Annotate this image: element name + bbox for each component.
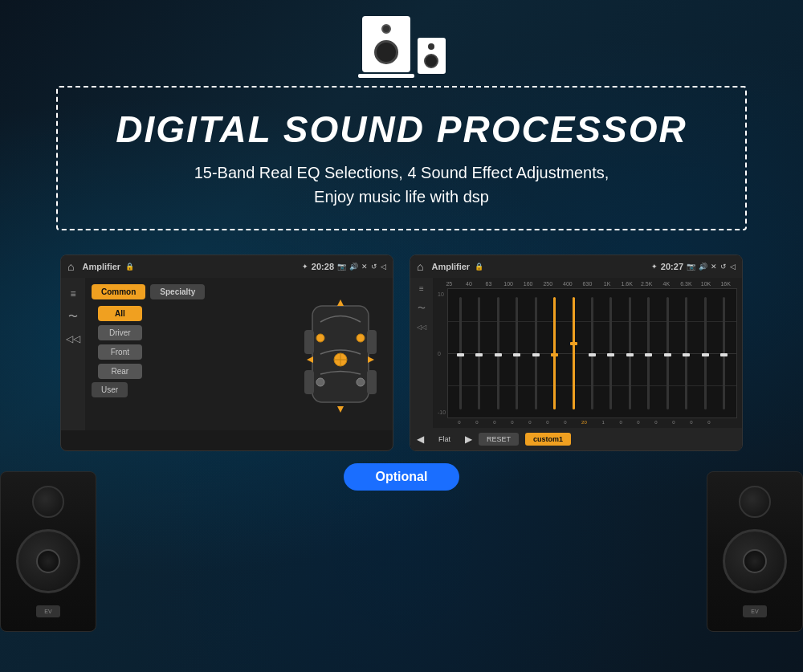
val-15: 0 xyxy=(707,420,710,425)
app-name-right: Amplifier xyxy=(431,262,470,271)
common-button[interactable]: Common xyxy=(92,284,145,299)
reset-button[interactable]: RESET xyxy=(479,433,519,446)
rear-preset-button[interactable]: Rear xyxy=(98,364,142,379)
freq-250: 250 xyxy=(540,281,555,287)
flat-button[interactable]: Flat xyxy=(430,433,459,446)
val-2: 0 xyxy=(475,420,478,425)
val-12: 0 xyxy=(654,420,657,425)
eq-slider-11[interactable] xyxy=(647,297,650,409)
eq-slider-1[interactable] xyxy=(459,297,462,409)
val-8: 20 xyxy=(581,420,587,425)
eq-slider-14[interactable] xyxy=(704,297,707,409)
eq-play-button[interactable]: ▶ xyxy=(465,434,472,445)
eq-screen-body: ≡ 〜 ◁◁ 25 40 63 100 160 250 40 xyxy=(410,278,742,450)
back-icon-left: ↺ xyxy=(371,263,377,271)
eq-prev-button[interactable]: ◀ xyxy=(417,434,424,445)
bt-icon-right: ✦ xyxy=(651,263,658,271)
nav-back-right[interactable]: ◁ xyxy=(730,263,736,271)
car-svg xyxy=(292,282,389,430)
all-preset-button[interactable]: All xyxy=(98,306,142,321)
eq-slider-7[interactable] xyxy=(573,297,575,409)
status-bar-right: ⌂ Amplifier 🔒 ✦ 20:27 📷 🔊 ✕ ↺ ◁ xyxy=(410,255,742,278)
freq-6-3k: 6.3K xyxy=(679,281,693,287)
freq-2-5k: 2.5K xyxy=(639,281,654,287)
svg-marker-10 xyxy=(337,299,344,306)
svg-marker-8 xyxy=(307,356,313,363)
svg-point-1 xyxy=(316,334,324,342)
eq-slider-2[interactable] xyxy=(478,297,480,409)
svg-point-4 xyxy=(357,378,365,386)
wave-icon[interactable]: 〜 xyxy=(65,308,81,324)
eq-vol-icon[interactable]: ◁◁ xyxy=(417,324,426,331)
x-icon-right: ✕ xyxy=(711,263,717,271)
page-subtitle: 15-Band Real EQ Selections, 4 Sound Effe… xyxy=(106,161,697,209)
freq-1-6k: 1.6K xyxy=(620,281,634,287)
freq-630: 630 xyxy=(580,281,594,287)
eq-slider-6[interactable] xyxy=(553,297,556,409)
svg-marker-9 xyxy=(368,356,374,363)
eq-main-panel: 25 40 63 100 160 250 400 630 1K 1.6K 2.5… xyxy=(433,278,742,428)
home-icon-left[interactable]: ⌂ xyxy=(67,260,74,273)
eq-icon[interactable]: ≡ xyxy=(65,286,81,302)
home-icon-right[interactable]: ⌂ xyxy=(417,260,423,273)
status-icons-right: ✦ 20:27 📷 🔊 ✕ ↺ ◁ xyxy=(651,262,736,271)
x-icon: ✕ xyxy=(361,263,368,271)
svg-point-2 xyxy=(357,334,365,342)
optional-button[interactable]: Optional xyxy=(344,463,460,491)
driver-preset-button[interactable]: Driver xyxy=(98,325,142,340)
freq-10k: 10K xyxy=(699,281,713,287)
freq-16k: 16K xyxy=(719,281,733,287)
front-preset-button[interactable]: Front xyxy=(98,344,142,360)
eq-left-icons: ≡ 〜 ◁◁ xyxy=(410,278,433,428)
eq-slider-15[interactable] xyxy=(723,297,725,409)
vol-icon-right: 🔊 xyxy=(699,263,707,271)
eq-slider-3[interactable] xyxy=(497,297,499,409)
freq-100: 100 xyxy=(501,281,516,287)
screen-left: ⌂ Amplifier 🔒 ✦ 20:28 📷 🔊 ✕ ↺ ◁ ≡ 〜 xyxy=(60,255,393,451)
eq-top: ≡ 〜 ◁◁ 25 40 63 100 160 250 40 xyxy=(410,278,742,428)
mode-buttons: Common Specialty xyxy=(92,284,282,299)
eq-slider-8[interactable] xyxy=(591,297,593,409)
eq-adjust-icon[interactable]: ≡ xyxy=(419,284,424,293)
eq-slider-9[interactable] xyxy=(609,297,612,409)
svg-rect-13 xyxy=(367,330,377,354)
user-button[interactable]: User xyxy=(92,382,128,397)
svg-point-3 xyxy=(316,378,324,386)
eq-slider-12[interactable] xyxy=(666,297,669,409)
val-9: 1 xyxy=(601,420,604,425)
db-minus10-label: -10 xyxy=(438,409,446,415)
status-icons-left: ✦ 20:28 📷 🔊 ✕ ↺ ◁ xyxy=(302,262,386,271)
amp-left-panel: ≡ 〜 ◁◁ xyxy=(61,278,85,430)
eq-slider-13[interactable] xyxy=(685,297,687,409)
preset-row: All Driver Front Rear xyxy=(92,306,282,379)
volume-left-icon[interactable]: ◁◁ xyxy=(65,331,81,347)
freq-40: 40 xyxy=(462,281,476,287)
eq-bottom-bar: ◀ Flat ▶ RESET custom1 xyxy=(410,428,742,450)
svg-rect-15 xyxy=(367,370,377,394)
freq-labels: 25 40 63 100 160 250 400 630 1K 1.6K 2.5… xyxy=(438,281,737,287)
speaker-icon-small xyxy=(418,38,446,74)
freq-25: 25 xyxy=(442,281,456,287)
specialty-button[interactable]: Specialty xyxy=(150,284,205,299)
back-icon-right: ↺ xyxy=(720,263,727,271)
screen-right: ⌂ Amplifier 🔒 ✦ 20:27 📷 🔊 ✕ ↺ ◁ ≡ xyxy=(410,255,743,451)
app-name-left: Amplifier xyxy=(82,262,120,271)
preset-buttons: All Driver Front Rear xyxy=(98,306,142,379)
eq-values-row: 0 0 0 0 0 0 0 20 1 0 0 0 0 xyxy=(438,418,737,425)
cam-icon: 📷 xyxy=(337,263,346,271)
eq-slider-5[interactable] xyxy=(535,297,537,409)
db-0-label: 0 xyxy=(438,351,446,356)
feature-box: DIGITAL SOUND PROCESSOR 15-Band Real EQ … xyxy=(56,86,747,230)
main-content: DIGITAL SOUND PROCESSOR 15-Band Real EQ … xyxy=(0,0,803,672)
nav-back-left[interactable]: ◁ xyxy=(381,263,386,271)
eq-wave-icon[interactable]: 〜 xyxy=(418,303,426,314)
eq-slider-10[interactable] xyxy=(629,297,631,409)
amp-body: ≡ 〜 ◁◁ Common Specialty All Driver Front xyxy=(61,278,393,430)
speaker-icon-main xyxy=(362,16,410,72)
custom1-button[interactable]: custom1 xyxy=(525,433,571,446)
eq-slider-4[interactable] xyxy=(516,297,518,409)
cam-icon-right: 📷 xyxy=(687,263,695,271)
car-diagram xyxy=(288,278,393,430)
val-5: 0 xyxy=(528,420,531,425)
val-7: 0 xyxy=(564,420,566,425)
